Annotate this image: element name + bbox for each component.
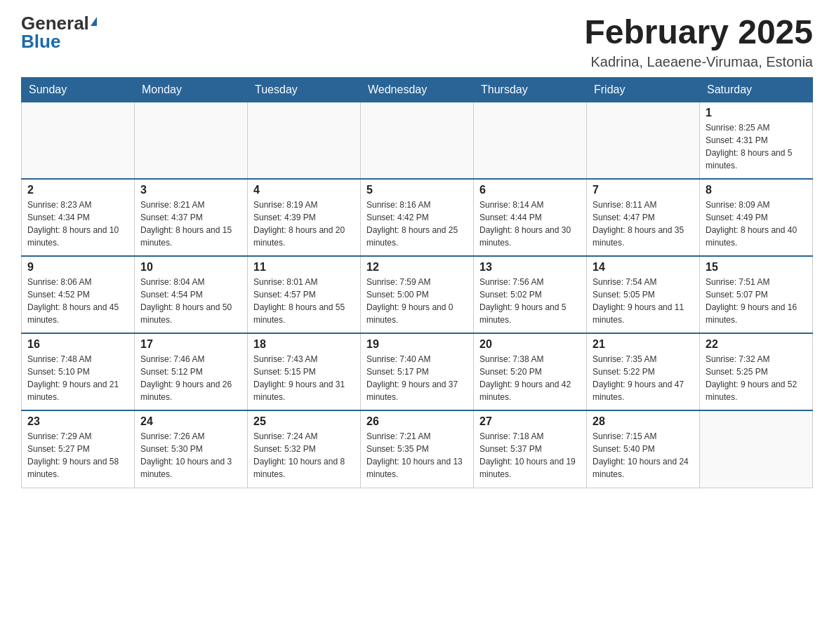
calendar-cell-week3-day1: 9Sunrise: 8:06 AMSunset: 4:52 PMDaylight…: [22, 256, 135, 333]
calendar-cell-week1-day4: [361, 102, 474, 179]
day-number-26: 26: [366, 415, 468, 428]
calendar-cell-week5-day6: 28Sunrise: 7:15 AMSunset: 5:40 PMDayligh…: [587, 410, 700, 488]
day-info-14: Sunrise: 7:54 AMSunset: 5:05 PMDaylight:…: [593, 276, 694, 326]
day-number-14: 14: [593, 261, 694, 274]
calendar-cell-week4-day6: 21Sunrise: 7:35 AMSunset: 5:22 PMDayligh…: [587, 333, 700, 410]
day-info-19: Sunrise: 7:40 AMSunset: 5:17 PMDaylight:…: [366, 353, 468, 403]
calendar-cell-week4-day5: 20Sunrise: 7:38 AMSunset: 5:20 PMDayligh…: [474, 333, 587, 410]
day-number-25: 25: [253, 415, 355, 428]
day-info-26: Sunrise: 7:21 AMSunset: 5:35 PMDaylight:…: [366, 430, 468, 481]
header-friday: Friday: [587, 77, 700, 102]
day-number-27: 27: [479, 415, 581, 428]
calendar-cell-week4-day1: 16Sunrise: 7:48 AMSunset: 5:10 PMDayligh…: [22, 333, 135, 410]
calendar-cell-week3-day5: 13Sunrise: 7:56 AMSunset: 5:02 PMDayligh…: [474, 256, 587, 333]
day-info-20: Sunrise: 7:38 AMSunset: 5:20 PMDaylight:…: [479, 353, 581, 403]
day-number-9: 9: [27, 261, 128, 274]
day-info-21: Sunrise: 7:35 AMSunset: 5:22 PMDaylight:…: [593, 353, 694, 403]
day-info-22: Sunrise: 7:32 AMSunset: 5:25 PMDaylight:…: [706, 353, 807, 403]
day-number-24: 24: [140, 415, 241, 428]
calendar-cell-week4-day4: 19Sunrise: 7:40 AMSunset: 5:17 PMDayligh…: [361, 333, 474, 410]
calendar-cell-week2-day3: 4Sunrise: 8:19 AMSunset: 4:39 PMDaylight…: [248, 179, 361, 256]
header-monday: Monday: [135, 77, 248, 102]
day-number-7: 7: [593, 184, 694, 196]
day-number-15: 15: [706, 261, 807, 274]
day-number-16: 16: [27, 338, 128, 351]
day-info-18: Sunrise: 7:43 AMSunset: 5:15 PMDaylight:…: [253, 353, 355, 403]
day-number-19: 19: [366, 338, 468, 351]
day-number-6: 6: [479, 184, 581, 196]
day-info-12: Sunrise: 7:59 AMSunset: 5:00 PMDaylight:…: [366, 276, 468, 326]
day-number-12: 12: [366, 261, 468, 274]
day-info-16: Sunrise: 7:48 AMSunset: 5:10 PMDaylight:…: [27, 353, 128, 403]
calendar-cell-week5-day4: 26Sunrise: 7:21 AMSunset: 5:35 PMDayligh…: [361, 410, 474, 488]
day-info-13: Sunrise: 7:56 AMSunset: 5:02 PMDaylight:…: [479, 276, 581, 326]
day-info-11: Sunrise: 8:01 AMSunset: 4:57 PMDaylight:…: [253, 276, 355, 326]
logo: General Blue: [21, 14, 97, 51]
calendar-cell-week1-day3: [248, 102, 361, 179]
day-info-6: Sunrise: 8:14 AMSunset: 4:44 PMDaylight:…: [479, 199, 581, 249]
day-info-4: Sunrise: 8:19 AMSunset: 4:39 PMDaylight:…: [253, 199, 355, 249]
day-info-23: Sunrise: 7:29 AMSunset: 5:27 PMDaylight:…: [27, 430, 128, 481]
day-info-7: Sunrise: 8:11 AMSunset: 4:47 PMDaylight:…: [593, 199, 694, 249]
day-number-18: 18: [253, 338, 355, 351]
day-info-8: Sunrise: 8:09 AMSunset: 4:49 PMDaylight:…: [706, 199, 807, 249]
calendar-cell-week3-day4: 12Sunrise: 7:59 AMSunset: 5:00 PMDayligh…: [361, 256, 474, 333]
day-number-11: 11: [253, 261, 355, 274]
day-info-9: Sunrise: 8:06 AMSunset: 4:52 PMDaylight:…: [27, 276, 128, 326]
day-info-17: Sunrise: 7:46 AMSunset: 5:12 PMDaylight:…: [140, 353, 241, 403]
day-info-28: Sunrise: 7:15 AMSunset: 5:40 PMDaylight:…: [593, 430, 694, 481]
calendar-cell-week3-day2: 10Sunrise: 8:04 AMSunset: 4:54 PMDayligh…: [135, 256, 248, 333]
calendar-table: SundayMondayTuesdayWednesdayThursdayFrid…: [21, 77, 813, 488]
header-saturday: Saturday: [700, 77, 813, 102]
day-info-15: Sunrise: 7:51 AMSunset: 5:07 PMDaylight:…: [706, 276, 807, 326]
day-number-23: 23: [27, 415, 128, 428]
day-info-1: Sunrise: 8:25 AMSunset: 4:31 PMDaylight:…: [706, 121, 807, 172]
day-info-24: Sunrise: 7:26 AMSunset: 5:30 PMDaylight:…: [140, 430, 241, 481]
calendar-cell-week2-day1: 2Sunrise: 8:23 AMSunset: 4:34 PMDaylight…: [22, 179, 135, 256]
calendar-cell-week2-day2: 3Sunrise: 8:21 AMSunset: 4:37 PMDaylight…: [135, 179, 248, 256]
logo-general: General: [21, 14, 89, 32]
header-thursday: Thursday: [474, 77, 587, 102]
day-number-2: 2: [27, 184, 128, 196]
day-number-5: 5: [366, 184, 468, 196]
day-number-8: 8: [706, 184, 807, 196]
calendar-cell-week5-day7: [700, 410, 813, 488]
calendar-cell-week5-day3: 25Sunrise: 7:24 AMSunset: 5:32 PMDayligh…: [248, 410, 361, 488]
calendar-cell-week1-day5: [474, 102, 587, 179]
day-number-28: 28: [593, 415, 694, 428]
calendar-cell-week4-day2: 17Sunrise: 7:46 AMSunset: 5:12 PMDayligh…: [135, 333, 248, 410]
calendar-cell-week2-day4: 5Sunrise: 8:16 AMSunset: 4:42 PMDaylight…: [361, 179, 474, 256]
calendar-cell-week1-day1: [22, 102, 135, 179]
calendar-subtitle: Kadrina, Laeaene-Virumaa, Estonia: [584, 54, 813, 70]
calendar-cell-week3-day7: 15Sunrise: 7:51 AMSunset: 5:07 PMDayligh…: [700, 256, 813, 333]
day-number-22: 22: [706, 338, 807, 351]
day-number-10: 10: [140, 261, 241, 274]
calendar-cell-week5-day1: 23Sunrise: 7:29 AMSunset: 5:27 PMDayligh…: [22, 410, 135, 488]
calendar-cell-week1-day7: 1Sunrise: 8:25 AMSunset: 4:31 PMDaylight…: [700, 102, 813, 179]
day-info-10: Sunrise: 8:04 AMSunset: 4:54 PMDaylight:…: [140, 276, 241, 326]
day-number-21: 21: [593, 338, 694, 351]
day-info-3: Sunrise: 8:21 AMSunset: 4:37 PMDaylight:…: [140, 199, 241, 249]
calendar-cell-week2-day7: 8Sunrise: 8:09 AMSunset: 4:49 PMDaylight…: [700, 179, 813, 256]
day-number-13: 13: [479, 261, 581, 274]
page-header: General Blue February 2025 Kadrina, Laea…: [21, 14, 813, 70]
calendar-cell-week2-day5: 6Sunrise: 8:14 AMSunset: 4:44 PMDaylight…: [474, 179, 587, 256]
header-tuesday: Tuesday: [248, 77, 361, 102]
day-info-5: Sunrise: 8:16 AMSunset: 4:42 PMDaylight:…: [366, 199, 468, 249]
day-info-25: Sunrise: 7:24 AMSunset: 5:32 PMDaylight:…: [253, 430, 355, 481]
calendar-cell-week1-day2: [135, 102, 248, 179]
calendar-cell-week4-day3: 18Sunrise: 7:43 AMSunset: 5:15 PMDayligh…: [248, 333, 361, 410]
calendar-cell-week3-day6: 14Sunrise: 7:54 AMSunset: 5:05 PMDayligh…: [587, 256, 700, 333]
calendar-cell-week5-day2: 24Sunrise: 7:26 AMSunset: 5:30 PMDayligh…: [135, 410, 248, 488]
day-number-4: 4: [253, 184, 355, 196]
header-wednesday: Wednesday: [361, 77, 474, 102]
logo-blue: Blue: [21, 32, 60, 51]
calendar-cell-week5-day5: 27Sunrise: 7:18 AMSunset: 5:37 PMDayligh…: [474, 410, 587, 488]
day-info-27: Sunrise: 7:18 AMSunset: 5:37 PMDaylight:…: [479, 430, 581, 481]
title-block: February 2025 Kadrina, Laeaene-Virumaa, …: [584, 14, 813, 70]
header-sunday: Sunday: [22, 77, 135, 102]
logo-triangle-icon: [91, 17, 97, 26]
day-number-1: 1: [706, 107, 807, 119]
day-info-2: Sunrise: 8:23 AMSunset: 4:34 PMDaylight:…: [27, 199, 128, 249]
day-number-3: 3: [140, 184, 241, 196]
